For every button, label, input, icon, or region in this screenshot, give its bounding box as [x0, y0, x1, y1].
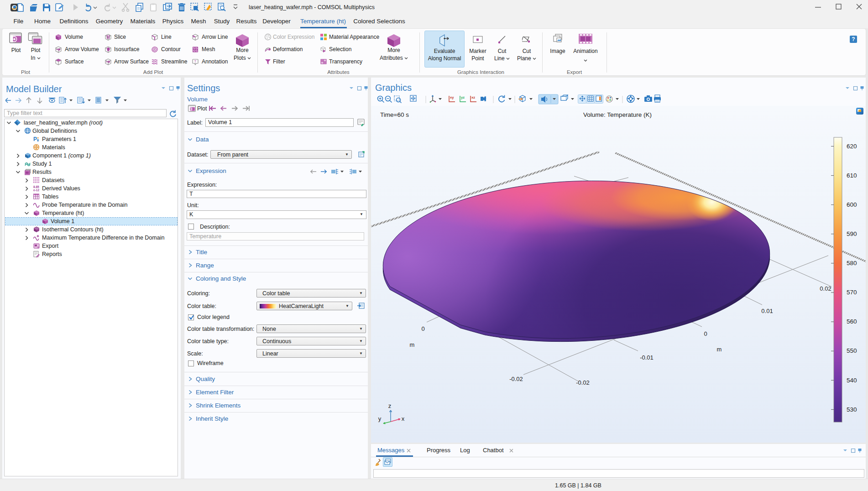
- svg-text:x: x: [402, 415, 405, 422]
- svg-text:0: 0: [704, 330, 707, 337]
- svg-text:xy: xy: [450, 95, 454, 99]
- svg-text:590: 590: [847, 230, 857, 237]
- svg-text:570: 570: [847, 289, 857, 296]
- svg-text:610: 610: [847, 172, 857, 179]
- svg-text:m: m: [410, 341, 415, 348]
- svg-text:yz: yz: [461, 95, 465, 99]
- svg-text:-0.01: -0.01: [640, 354, 654, 361]
- svg-text:m: m: [717, 346, 722, 353]
- svg-text:xz: xz: [471, 95, 475, 99]
- svg-text:z: z: [388, 402, 392, 409]
- svg-text:560: 560: [847, 318, 857, 325]
- svg-text:530: 530: [847, 406, 857, 413]
- svg-text:580: 580: [847, 260, 857, 266]
- svg-text:550: 550: [847, 347, 857, 354]
- svg-text:600: 600: [847, 201, 857, 208]
- svg-text:540: 540: [847, 377, 857, 384]
- svg-text:0.01: 0.01: [761, 308, 773, 314]
- svg-text:-0.02: -0.02: [576, 379, 590, 386]
- svg-text:y: y: [378, 415, 382, 422]
- svg-text:0.02: 0.02: [820, 285, 831, 292]
- svg-text:620: 620: [847, 143, 857, 150]
- svg-text:-0.02: -0.02: [509, 376, 523, 382]
- svg-text:0: 0: [421, 325, 424, 332]
